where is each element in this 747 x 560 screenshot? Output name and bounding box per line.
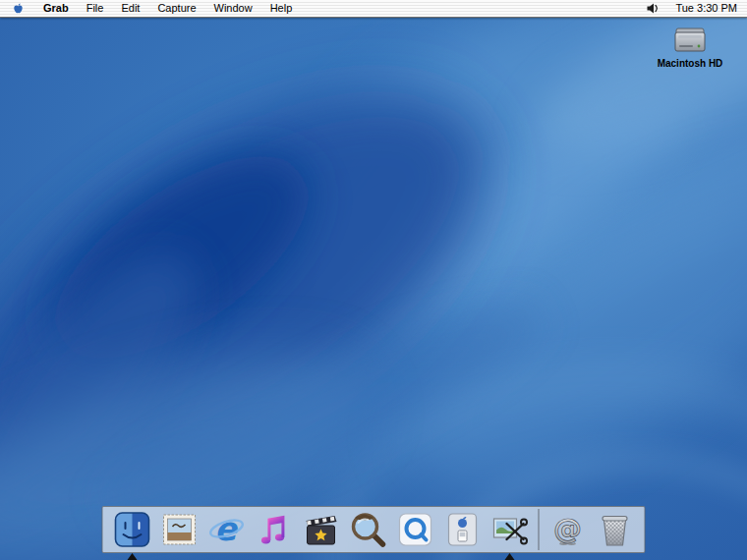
quicktime-icon	[396, 510, 435, 549]
svg-text:@: @	[553, 512, 582, 545]
menu-help[interactable]: Help	[261, 0, 302, 17]
menu-bar-right: Tue 3:30 PM	[635, 0, 747, 17]
mail-stamp-icon	[160, 510, 200, 549]
volume-menu-extra[interactable]	[635, 3, 671, 14]
dock-item-sherlock[interactable]	[346, 509, 391, 550]
dock-item-grab[interactable]	[488, 509, 533, 550]
menu-window[interactable]: Window	[205, 0, 261, 17]
desktop-icon-macintosh-hd[interactable]: Macintosh HD	[645, 26, 735, 69]
trash-icon	[596, 510, 635, 549]
menu-capture[interactable]: Capture	[148, 0, 204, 17]
system-preferences-icon	[443, 510, 483, 549]
internet-explorer-icon: e	[207, 510, 247, 549]
dock-item-system-preferences[interactable]	[440, 509, 486, 550]
running-indicator	[128, 553, 138, 560]
dock-item-mac-os-x-web-link[interactable]: @	[546, 509, 591, 550]
sherlock-icon	[349, 510, 388, 549]
menu-edit[interactable]: Edit	[112, 0, 148, 17]
itunes-icon	[255, 510, 294, 549]
finder-icon	[113, 510, 152, 549]
apple-logo-icon	[12, 2, 25, 16]
aqua-swirl-wallpaper	[0, 0, 747, 560]
imovie-icon	[302, 510, 341, 549]
running-indicator	[505, 553, 515, 560]
dock-item-trash[interactable]	[593, 509, 638, 550]
dock-item-mail[interactable]	[157, 509, 202, 550]
dock-item-quicktime-player[interactable]	[393, 509, 438, 550]
svg-text:e: e	[214, 510, 239, 548]
at-sign-web-link-icon: @	[548, 510, 588, 549]
menu-bar-clock[interactable]: Tue 3:30 PM	[671, 0, 747, 17]
screen: Grab File Edit Capture Window Help Tue 3…	[0, 0, 747, 560]
grab-icon	[490, 510, 530, 549]
dock: e	[102, 506, 646, 553]
speaker-icon	[647, 3, 660, 14]
dock-item-imovie[interactable]	[299, 509, 344, 550]
apple-menu[interactable]	[0, 2, 34, 16]
dock-item-itunes[interactable]	[252, 509, 297, 550]
dock-separator	[539, 509, 540, 550]
hard-disk-icon	[671, 26, 709, 57]
dock-item-internet-explorer[interactable]: e	[204, 509, 250, 550]
desktop-icon-label: Macintosh HD	[658, 58, 723, 69]
dock-item-finder[interactable]	[110, 509, 155, 550]
menu-file[interactable]: File	[78, 0, 113, 17]
menu-grab[interactable]: Grab	[34, 0, 78, 17]
menu-bar: Grab File Edit Capture Window Help Tue 3…	[0, 0, 747, 18]
